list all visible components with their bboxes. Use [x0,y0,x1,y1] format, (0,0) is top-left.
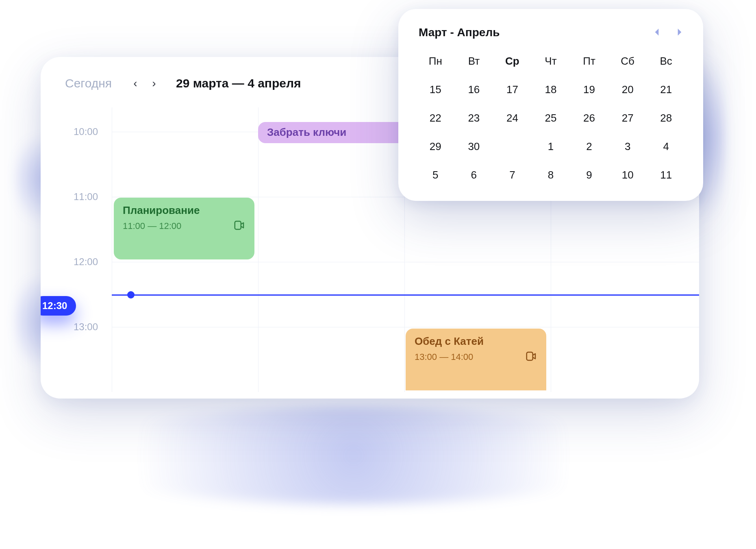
hour-label: 13:00 [74,321,98,333]
video-call-icon [525,350,537,364]
prev-week-button[interactable]: ‹ [130,77,141,90]
date-cell[interactable]: 27 [608,107,647,129]
event-time: 11:00 — 12:00 [123,221,181,231]
event-time: 13:00 — 14:00 [415,352,473,362]
weekday-header: Ср [493,50,532,72]
date-cell[interactable]: 2 [570,136,608,157]
prev-month-button[interactable] [654,28,660,37]
date-range-label: 29 марта — 4 апреля [176,76,301,90]
weekday-header: Пн [416,50,455,72]
date-cell[interactable]: 1 [532,136,570,157]
date-cell[interactable]: 22 [416,107,455,129]
date-cell[interactable]: 11 [647,164,685,185]
date-cell[interactable]: 15 [416,79,455,100]
date-cell[interactable]: 31 [493,136,532,157]
date-cell[interactable]: 19 [570,79,608,100]
date-cell[interactable]: 30 [455,136,493,157]
date-picker-nav [654,28,683,37]
weekday-header: Сб [608,50,647,72]
date-cell[interactable]: 4 [647,136,685,157]
next-week-button[interactable]: › [148,77,160,90]
current-time-dot [127,291,135,298]
date-cell[interactable]: 17 [493,79,532,100]
date-cell[interactable]: 8 [532,164,570,185]
date-cell[interactable]: 9 [570,164,608,185]
date-cell[interactable]: 20 [608,79,647,100]
date-cell[interactable]: 6 [455,164,493,185]
date-cell[interactable]: 25 [532,107,570,129]
date-picker-grid: ПнВтСрЧтПтСбВс15161718192021222324252627… [416,50,685,185]
today-button[interactable]: Сегодня [65,76,112,90]
date-cell[interactable]: 28 [647,107,685,129]
next-month-button[interactable] [676,28,683,37]
date-cell[interactable]: 5 [416,164,455,185]
event-planning[interactable]: Планирование 11:00 — 12:00 [114,198,254,259]
date-picker-header: Март - Апрель [416,26,685,39]
event-lunch[interactable]: Обед с Катей 13:00 — 14:00 [406,329,546,390]
date-cell[interactable]: 16 [455,79,493,100]
event-title: Обед с Катей [415,335,537,348]
current-time-line [112,294,699,296]
date-cell[interactable]: 3 [608,136,647,157]
date-cell[interactable]: 10 [608,164,647,185]
date-cell[interactable]: 24 [493,107,532,129]
weekday-header: Вт [455,50,493,72]
event-title: Планирование [123,204,245,217]
decorative-blur [49,407,658,504]
time-gutter: 10:00 11:00 12:00 13:00 [41,107,112,392]
date-cell[interactable]: 29 [416,136,455,157]
weekday-header: Вс [647,50,685,72]
date-cell[interactable]: 21 [647,79,685,100]
date-picker-popover: Март - Апрель ПнВтСрЧтПтСбВс151617181920… [398,9,703,201]
date-cell[interactable]: 26 [570,107,608,129]
weekday-header: Чт [532,50,570,72]
date-cell[interactable]: 23 [455,107,493,129]
week-nav: ‹ › [130,77,160,90]
date-cell[interactable]: 7 [493,164,532,185]
hour-label: 10:00 [74,126,98,137]
weekday-header: Пт [570,50,608,72]
video-call-icon [233,219,245,233]
hour-label: 11:00 [74,191,98,203]
date-picker-title: Март - Апрель [419,26,500,39]
date-cell[interactable]: 18 [532,79,570,100]
hour-label: 12:00 [74,256,98,268]
current-time-badge: 12:30 [41,296,76,316]
